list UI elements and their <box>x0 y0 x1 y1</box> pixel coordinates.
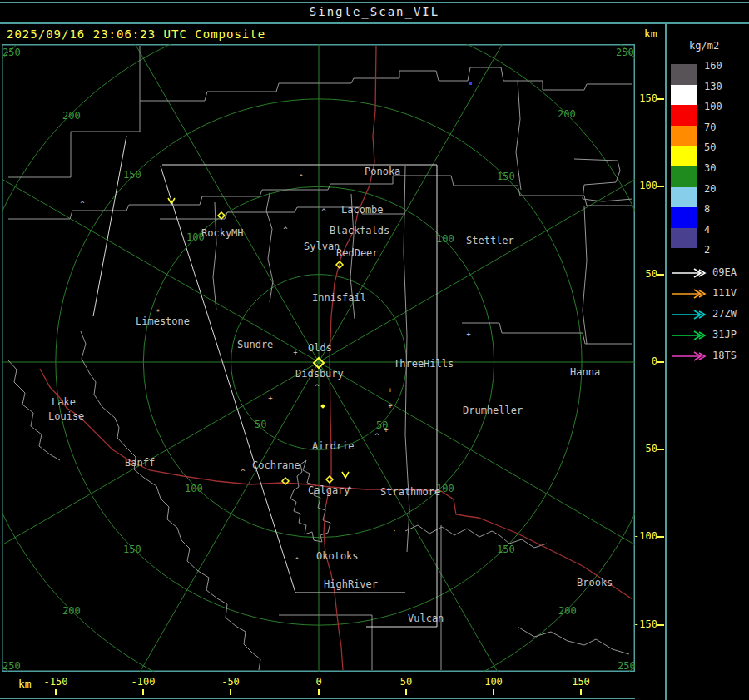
right-axis-tick <box>657 624 664 626</box>
county-boundary-line <box>583 206 587 344</box>
city-label: Hanna <box>570 366 600 378</box>
radar-arrow-icon <box>671 287 709 300</box>
town-dot: ^ <box>241 468 246 476</box>
city-label: RedDeer <box>336 247 379 259</box>
right-axis-tick <box>657 361 664 363</box>
county-boundary-line <box>405 525 547 548</box>
bottom-axis-tick <box>55 689 57 695</box>
county-boundary-line <box>140 67 632 101</box>
city-label: Lacombe <box>341 204 384 216</box>
legend-level-label: 50 <box>704 142 716 152</box>
storm-marker-dot <box>320 404 325 409</box>
town-dot: ^ <box>299 173 304 181</box>
right-axis-tick <box>657 98 664 100</box>
city-label: Blackfalds <box>330 225 389 236</box>
legend-color-swatch <box>671 187 697 208</box>
town-dot: + <box>384 425 389 434</box>
scan-timestamp: 2025/09/16 23:06:23 UTC Composite <box>7 27 265 41</box>
radar-map-canvas[interactable]: 2502001501001001502002505010015020025050… <box>2 44 635 672</box>
right-axis-tick <box>657 186 664 187</box>
legend-level-label: 20 <box>704 184 716 194</box>
range-ring-label: 150 <box>497 171 515 182</box>
county-boundary-line <box>518 627 629 654</box>
city-label: RockyMH <box>201 227 244 239</box>
radar-arrow-icon <box>671 308 709 321</box>
city-label: Ponoka <box>365 166 400 177</box>
legend-color-swatch <box>671 228 697 249</box>
bottom-axis-unit-label: km <box>18 678 32 690</box>
right-axis-tick <box>657 274 664 276</box>
city-label: Vulcan <box>408 613 444 624</box>
scan-boundary-line <box>93 136 126 316</box>
town-dot: + <box>293 348 298 356</box>
radar-id-label: 31JP <box>712 329 737 340</box>
radar-arrow-icon <box>671 329 709 342</box>
city-label: Sylvan <box>304 241 340 252</box>
range-ring-label: 100 <box>436 233 454 245</box>
town-dot: ^ <box>321 207 326 216</box>
county-boundary-line <box>516 81 521 190</box>
bottom-axis-tick-label: 150 <box>556 676 606 688</box>
city-label: Brooks <box>577 577 613 588</box>
legend-unit-label: kg/m2 <box>689 40 719 52</box>
town-dot: + <box>388 385 393 394</box>
titlebar-top-rule <box>0 2 749 3</box>
range-ring-label: 200 <box>558 108 576 120</box>
right-axis-tick-label: -50 <box>623 443 657 454</box>
sidebar-separator-rule <box>665 23 667 700</box>
highway-line <box>324 46 376 670</box>
radar-arrow-icon <box>671 350 709 363</box>
range-ring-label: 150 <box>123 169 141 181</box>
bottom-axis-tick <box>318 689 320 695</box>
bottom-axis-tick <box>142 689 144 695</box>
right-axis-tick-label: 0 <box>623 355 657 367</box>
bottom-axis-tick-label: 50 <box>381 676 431 688</box>
radar-legend-row: 18TS <box>671 348 749 365</box>
county-boundary-line <box>266 190 273 302</box>
range-ring-label: 250 <box>616 47 634 58</box>
town-dot: + <box>268 394 273 402</box>
town-dot: ^ <box>283 226 288 234</box>
radar-legend-row: 111V <box>671 285 749 302</box>
range-ring-label: 50 <box>255 419 266 430</box>
legend-level-label: 30 <box>704 163 716 173</box>
legend-color-swatch <box>671 146 697 166</box>
town-dot: ^ <box>295 556 300 564</box>
bottom-axis-tick <box>230 689 231 695</box>
range-ring-label: 200 <box>558 605 577 617</box>
right-axis-tick-label: 100 <box>623 180 657 191</box>
city-label: Sundre <box>237 339 273 350</box>
legend-color-swatch <box>671 126 697 146</box>
city-label: ThreeHills <box>394 358 454 370</box>
range-ring-label: 250 <box>2 660 21 672</box>
bottom-axis-tick <box>580 689 582 695</box>
county-boundary-line <box>462 323 632 344</box>
legend-level-label: 8 <box>704 204 710 214</box>
legend-color-swatch <box>671 166 697 187</box>
city-label: Stettler <box>466 235 514 246</box>
storm-marker-diamond <box>326 476 333 483</box>
radar-legend-row: 09EA <box>671 265 749 281</box>
legend-color-swatch <box>671 207 697 228</box>
range-ring-label: 250 <box>618 660 635 672</box>
radar-id-label: 18TS <box>712 350 737 361</box>
legend-level-label: 70 <box>704 122 716 132</box>
legend-level-label: 160 <box>704 61 722 71</box>
right-axis-unit-label: km <box>644 27 657 40</box>
precip-echo-dot <box>469 82 472 85</box>
legend-level-label: 130 <box>704 82 722 92</box>
town-dot: ^ <box>374 432 379 440</box>
town-dot: + <box>388 401 393 410</box>
range-ring-label: 150 <box>497 544 515 555</box>
right-axis-tick-label: 150 <box>623 92 657 104</box>
town-dot: + <box>466 330 471 338</box>
county-boundary-line <box>279 615 372 670</box>
city-label: HighRiver <box>324 578 378 590</box>
range-ring-label: 150 <box>123 544 141 555</box>
city-label: Olds <box>308 342 332 354</box>
bottom-axis-tick <box>493 689 494 695</box>
city-label: Lake <box>52 396 76 408</box>
right-axis-tick-label: -100 <box>623 530 657 542</box>
right-axis-tick-label: 50 <box>623 268 657 280</box>
legend-level-label: 100 <box>704 102 722 112</box>
